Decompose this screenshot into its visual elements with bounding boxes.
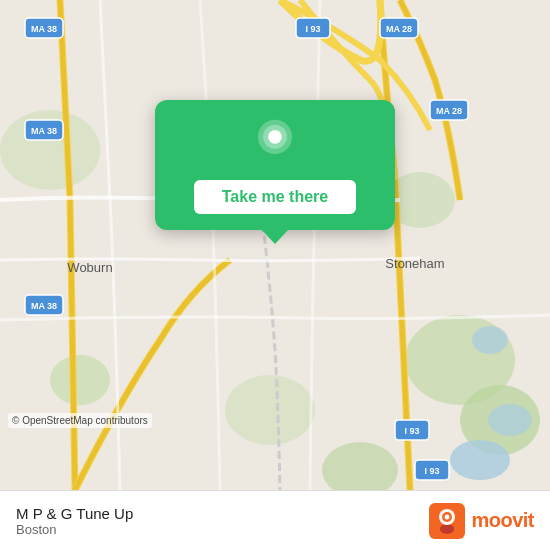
svg-text:I 93: I 93 <box>424 466 439 476</box>
map-container: MA 38 MA 38 MA 38 MA 28 MA 28 I 93 I 93 … <box>0 0 550 490</box>
svg-text:MA 28: MA 28 <box>436 106 462 116</box>
footer-bar: M P & G Tune Up Boston moovit <box>0 490 550 550</box>
svg-point-4 <box>50 355 110 405</box>
place-name: M P & G Tune Up <box>16 505 133 522</box>
svg-point-10 <box>488 404 532 436</box>
svg-text:MA 38: MA 38 <box>31 126 57 136</box>
moovit-logo: moovit <box>429 503 534 539</box>
place-info: M P & G Tune Up Boston <box>16 505 133 537</box>
svg-text:Stoneham: Stoneham <box>385 256 444 271</box>
svg-point-34 <box>440 524 454 534</box>
svg-text:Woburn: Woburn <box>67 260 112 275</box>
svg-text:I 93: I 93 <box>305 24 320 34</box>
svg-point-11 <box>450 440 510 480</box>
svg-text:MA 38: MA 38 <box>31 301 57 311</box>
moovit-brand-icon <box>429 503 465 539</box>
svg-text:MA 28: MA 28 <box>386 24 412 34</box>
svg-point-37 <box>445 514 450 519</box>
take-me-there-button[interactable]: Take me there <box>194 180 356 214</box>
svg-text:MA 38: MA 38 <box>31 24 57 34</box>
svg-point-9 <box>472 326 508 354</box>
svg-text:I 93: I 93 <box>404 426 419 436</box>
popup-card: Take me there <box>155 100 395 230</box>
moovit-logo-text: moovit <box>471 509 534 532</box>
svg-point-7 <box>225 375 315 445</box>
map-attribution: © OpenStreetMap contributors <box>8 413 152 428</box>
location-pin-icon <box>251 118 299 166</box>
svg-point-32 <box>268 130 282 144</box>
place-city: Boston <box>16 522 133 537</box>
